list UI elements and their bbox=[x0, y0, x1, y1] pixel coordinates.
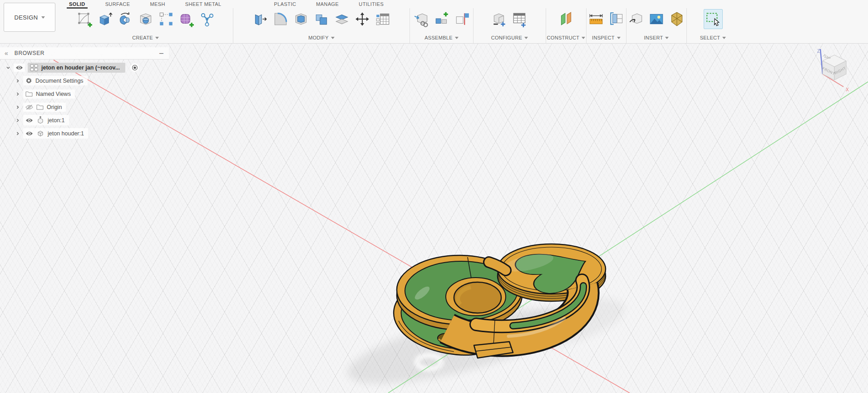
tab-utilities[interactable]: UTILITIES bbox=[349, 1, 394, 7]
joint-button[interactable] bbox=[432, 9, 451, 29]
chevron-expanded-icon[interactable] bbox=[6, 65, 11, 70]
axis-z-label: Z bbox=[817, 49, 820, 54]
browser-title: BROWSER bbox=[15, 50, 153, 56]
configure-dropdown[interactable]: CONFIGURE bbox=[491, 35, 528, 40]
construction-plane-button[interactable] bbox=[557, 9, 576, 29]
measure-button[interactable] bbox=[587, 9, 606, 29]
joint-icon bbox=[434, 11, 450, 27]
new-component-button[interactable] bbox=[412, 9, 431, 29]
toolbar: DESIGN SOLID SURFACE MESH SHEET METAL PL… bbox=[0, 0, 868, 44]
tab-mesh[interactable]: MESH bbox=[140, 1, 175, 7]
toolbar-groups: CREATE bbox=[58, 8, 739, 43]
browser-panel: « BROWSER – jeton en houder jan (~recov.… bbox=[0, 47, 169, 140]
model-holder-base[interactable] bbox=[394, 292, 485, 355]
model-shadow bbox=[341, 289, 630, 393]
model-holder-front-wall[interactable] bbox=[447, 280, 583, 354]
press-pull-button[interactable] bbox=[251, 9, 270, 29]
move-copy-icon bbox=[354, 11, 370, 27]
tab-surface[interactable]: SURFACE bbox=[95, 1, 140, 7]
model-holder-ring-tip[interactable] bbox=[489, 262, 506, 270]
insert-derive-button[interactable] bbox=[626, 9, 646, 29]
joint-origin-button[interactable] bbox=[453, 9, 472, 29]
chevron-down-icon bbox=[524, 37, 528, 39]
row-label: Named Views bbox=[36, 91, 71, 97]
visibility-toggle[interactable] bbox=[14, 64, 25, 72]
tab-plastic[interactable]: PLASTIC bbox=[264, 1, 306, 7]
revolve-icon bbox=[117, 11, 133, 27]
model-holder-ring[interactable] bbox=[397, 255, 522, 330]
browser-row-jeton[interactable]: jeton:1 bbox=[0, 114, 169, 127]
configuration-table-button[interactable] bbox=[510, 9, 529, 29]
create-dropdown[interactable]: CREATE bbox=[132, 35, 159, 40]
insert-mesh-button[interactable] bbox=[667, 9, 686, 29]
extrude-button[interactable] bbox=[95, 9, 114, 29]
chevron-collapsed-icon[interactable] bbox=[15, 118, 20, 123]
assemble-dropdown[interactable]: ASSEMBLE bbox=[424, 35, 459, 40]
chevron-down-icon bbox=[331, 37, 335, 39]
collapse-panel-icon[interactable]: « bbox=[5, 50, 8, 56]
create-sketch-button[interactable] bbox=[75, 9, 94, 29]
canvas-button[interactable] bbox=[647, 9, 666, 29]
move-copy-button[interactable] bbox=[353, 9, 372, 29]
rectangular-pattern-icon bbox=[158, 11, 174, 27]
chevron-collapsed-icon[interactable] bbox=[15, 92, 20, 96]
minimize-panel-icon[interactable]: – bbox=[159, 50, 163, 57]
modify-dropdown[interactable]: MODIFY bbox=[308, 35, 335, 40]
browser-header: « BROWSER – bbox=[0, 47, 169, 60]
eye-icon bbox=[15, 65, 23, 70]
model-holder-clasp-tab[interactable] bbox=[474, 342, 513, 358]
activate-component-radio[interactable] bbox=[130, 63, 139, 72]
insert-dropdown[interactable]: INSERT bbox=[644, 35, 669, 40]
change-parameters-button[interactable] bbox=[373, 9, 392, 29]
section-analysis-button[interactable] bbox=[607, 9, 626, 29]
axis-y-line bbox=[388, 82, 868, 393]
row-label: Origin bbox=[47, 104, 62, 110]
design-menu-button[interactable]: DESIGN bbox=[4, 3, 55, 32]
browser-row-document-settings[interactable]: Document Settings bbox=[0, 74, 169, 87]
construct-dropdown[interactable]: CONSTRUCT bbox=[547, 35, 586, 40]
create-sketch-icon bbox=[76, 11, 93, 27]
browser-row-root[interactable]: jeton en houder jan (~recov... bbox=[0, 61, 169, 74]
tab-sheet-metal[interactable]: SHEET METAL bbox=[175, 1, 232, 7]
construction-plane-icon bbox=[558, 11, 574, 27]
group-create: CREATE bbox=[58, 8, 233, 43]
automated-modeling-icon bbox=[199, 11, 215, 27]
browser-row-origin[interactable]: Origin bbox=[0, 100, 169, 114]
configure-button[interactable] bbox=[490, 9, 509, 29]
browser-row-jeton-houder[interactable]: jeton houder:1 bbox=[0, 127, 169, 140]
design-menu-label: DESIGN bbox=[14, 14, 38, 21]
eye-off-icon[interactable] bbox=[25, 104, 33, 110]
browser-row-named-views[interactable]: Named Views bbox=[0, 87, 169, 100]
hole-button[interactable] bbox=[136, 9, 155, 29]
automated-modeling-button[interactable] bbox=[197, 9, 217, 29]
view-cube[interactable]: TOP FRONT RIGHT Z X bbox=[814, 45, 863, 100]
select-dropdown[interactable]: SELECT bbox=[700, 35, 726, 40]
fillet-icon bbox=[272, 11, 289, 27]
new-component-icon bbox=[413, 11, 429, 27]
chevron-collapsed-icon[interactable] bbox=[15, 105, 20, 109]
row-label: jeton houder:1 bbox=[48, 130, 84, 137]
viewport-3d[interactable]: « BROWSER – jeton en houder jan (~recov.… bbox=[0, 44, 868, 393]
inspect-dropdown[interactable]: INSPECT bbox=[592, 35, 621, 40]
model-jeton-token[interactable] bbox=[498, 243, 606, 301]
revolve-button[interactable] bbox=[116, 9, 135, 29]
chevron-collapsed-icon[interactable] bbox=[15, 131, 20, 136]
chevron-down-icon bbox=[722, 37, 726, 39]
tab-solid[interactable]: SOLID bbox=[59, 1, 95, 7]
fillet-button[interactable] bbox=[271, 9, 290, 29]
assembly-icon bbox=[30, 64, 38, 71]
viewcube-cube[interactable]: TOP FRONT RIGHT bbox=[821, 54, 847, 80]
combine-button[interactable] bbox=[312, 9, 331, 29]
eye-icon[interactable] bbox=[25, 131, 33, 136]
chevron-collapsed-icon[interactable] bbox=[15, 79, 20, 83]
tab-manage[interactable]: MANAGE bbox=[306, 1, 349, 7]
window-select-button[interactable] bbox=[704, 9, 723, 29]
root-component-selected[interactable]: jeton en houder jan (~recov... bbox=[28, 63, 125, 73]
group-select: SELECT bbox=[687, 8, 739, 43]
shell-button[interactable] bbox=[291, 9, 311, 29]
eye-icon[interactable] bbox=[25, 118, 33, 123]
rectangular-pattern-button[interactable] bbox=[157, 9, 176, 29]
offset-face-button[interactable] bbox=[332, 9, 351, 29]
chevron-down-icon bbox=[41, 16, 45, 19]
create-form-button[interactable] bbox=[177, 9, 196, 29]
